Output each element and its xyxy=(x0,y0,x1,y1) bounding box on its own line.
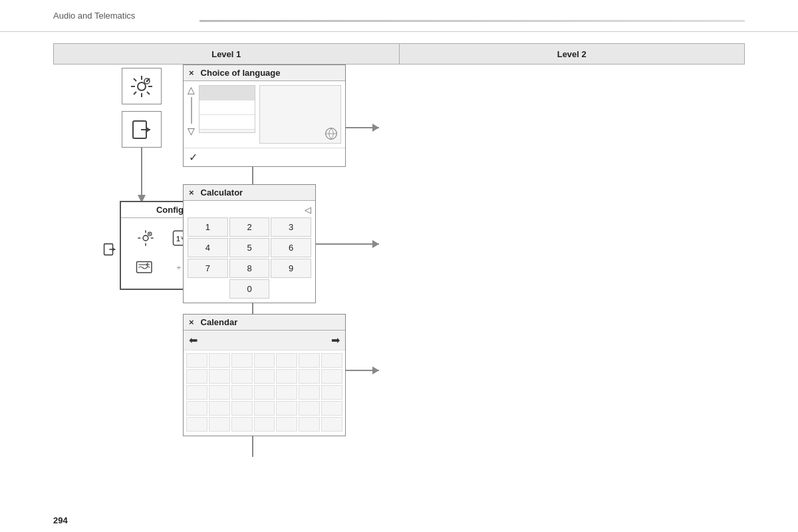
language-preview xyxy=(259,85,341,144)
svg-point-27 xyxy=(143,235,148,241)
calendar-grid xyxy=(184,350,345,436)
header-title: Audio and Telematics xyxy=(53,11,135,21)
calculator-close-button[interactable]: × xyxy=(189,188,194,198)
calendar-panel: × Calendar ⬅ ➡ xyxy=(183,314,346,436)
calendar-cell[interactable] xyxy=(276,353,297,368)
calendar-nav: ⬅ ➡ xyxy=(184,331,345,350)
calendar-cell[interactable] xyxy=(231,417,253,432)
language-scroll-down[interactable]: ▽ xyxy=(188,126,195,136)
calendar-prev-button[interactable]: ⬅ xyxy=(189,334,198,346)
calendar-row xyxy=(186,353,342,368)
calendar-cell[interactable] xyxy=(276,401,297,416)
settings-icon-box[interactable] xyxy=(122,68,162,104)
calendar-cell[interactable] xyxy=(186,401,207,416)
level2-header: Level 2 xyxy=(400,44,745,64)
calendar-cell[interactable] xyxy=(209,353,230,368)
calculator-panel-title: Calculator xyxy=(201,188,243,198)
calendar-cell[interactable] xyxy=(299,369,320,384)
calc-key-0[interactable]: 0 xyxy=(229,279,270,299)
language-panel: × Choice of language △ ▽ xyxy=(183,65,346,167)
login-icon-box[interactable] xyxy=(122,111,162,148)
calc-key-empty-right xyxy=(271,279,311,299)
calendar-cell[interactable] xyxy=(186,417,207,432)
language-panel-title: Choice of language xyxy=(201,68,281,78)
calc-key-7[interactable]: 7 xyxy=(188,259,228,278)
language-scroll-up[interactable]: △ xyxy=(188,85,195,94)
page-number: 294 xyxy=(53,515,68,525)
calendar-cell[interactable] xyxy=(276,417,297,432)
calendar-cell[interactable] xyxy=(276,369,297,384)
svg-line-18 xyxy=(134,92,136,94)
calculator-body: ◁ 1 2 3 4 5 6 7 8 9 0 xyxy=(184,201,315,303)
language-close-button[interactable]: × xyxy=(189,68,194,78)
calendar-cell[interactable] xyxy=(231,369,253,384)
language-panel-header: × Choice of language xyxy=(184,65,345,81)
header-line xyxy=(200,20,745,22)
svg-point-20 xyxy=(146,80,148,82)
calendar-cell[interactable] xyxy=(321,385,342,400)
level-header: Level 1 Level 2 xyxy=(53,43,745,65)
calc-key-6[interactable]: 6 xyxy=(271,238,311,257)
calendar-cell[interactable] xyxy=(231,385,253,400)
calendar-cell[interactable] xyxy=(321,401,342,416)
calendar-cell[interactable] xyxy=(321,353,342,368)
calendar-cell[interactable] xyxy=(321,417,342,432)
calendar-cell[interactable] xyxy=(299,353,320,368)
svg-marker-4 xyxy=(372,124,379,132)
language-list-item[interactable] xyxy=(200,115,255,130)
calc-key-8[interactable]: 8 xyxy=(229,259,270,278)
svg-text:÷: ÷ xyxy=(177,263,181,271)
calendar-cell[interactable] xyxy=(299,385,320,400)
language-list-item[interactable] xyxy=(200,100,255,115)
calendar-cell[interactable] xyxy=(186,385,207,400)
config-icon-display[interactable] xyxy=(126,254,164,283)
calendar-close-button[interactable]: × xyxy=(189,317,194,327)
calendar-cell[interactable] xyxy=(254,385,275,400)
calendar-panel-header: × Calendar xyxy=(184,315,345,331)
calendar-cell[interactable] xyxy=(209,401,230,416)
calculator-keypad: 1 2 3 4 5 6 7 8 9 0 xyxy=(188,217,311,299)
calendar-cell[interactable] xyxy=(254,369,275,384)
calc-key-2[interactable]: 2 xyxy=(229,217,270,237)
language-list[interactable] xyxy=(199,85,255,133)
language-footer: ✓ xyxy=(184,148,345,166)
calendar-row xyxy=(186,369,342,384)
svg-text:1: 1 xyxy=(176,235,180,243)
config-login-icon xyxy=(102,242,117,260)
calendar-cell[interactable] xyxy=(231,353,253,368)
language-scroll-controls: △ ▽ xyxy=(188,85,195,144)
svg-point-33 xyxy=(149,233,150,235)
calendar-cell[interactable] xyxy=(299,401,320,416)
svg-marker-23 xyxy=(146,126,150,133)
config-icon-settings[interactable] xyxy=(126,223,164,253)
calc-key-1[interactable]: 1 xyxy=(188,217,228,237)
calendar-cell[interactable] xyxy=(299,417,320,432)
calendar-cell[interactable] xyxy=(321,369,342,384)
calendar-cell[interactable] xyxy=(209,417,230,432)
calc-key-3[interactable]: 3 xyxy=(271,217,311,237)
header: Audio and Telematics xyxy=(0,0,798,32)
settings-icon xyxy=(130,74,154,98)
calendar-cell[interactable] xyxy=(254,353,275,368)
svg-marker-8 xyxy=(372,366,379,374)
calendar-cell[interactable] xyxy=(276,385,297,400)
svg-point-10 xyxy=(138,82,146,90)
language-scroll-track xyxy=(191,97,192,124)
calendar-cell[interactable] xyxy=(186,369,207,384)
calendar-cell[interactable] xyxy=(254,401,275,416)
calendar-next-button[interactable]: ➡ xyxy=(331,334,340,346)
calculator-backspace[interactable]: ◁ xyxy=(188,205,311,215)
svg-line-15 xyxy=(134,78,136,81)
calc-key-4[interactable]: 4 xyxy=(188,238,228,257)
login-icon xyxy=(130,118,153,141)
calendar-cell[interactable] xyxy=(231,401,253,416)
language-list-item[interactable] xyxy=(200,86,255,100)
calendar-cell[interactable] xyxy=(254,417,275,432)
calculator-panel: × Calculator ◁ 1 2 3 4 5 6 7 8 9 0 xyxy=(183,184,316,303)
calendar-cell[interactable] xyxy=(209,385,230,400)
calendar-cell[interactable] xyxy=(186,353,207,368)
calc-key-9[interactable]: 9 xyxy=(271,259,311,278)
language-confirm-button[interactable]: ✓ xyxy=(189,151,198,164)
calendar-cell[interactable] xyxy=(209,369,230,384)
calc-key-5[interactable]: 5 xyxy=(229,238,270,257)
